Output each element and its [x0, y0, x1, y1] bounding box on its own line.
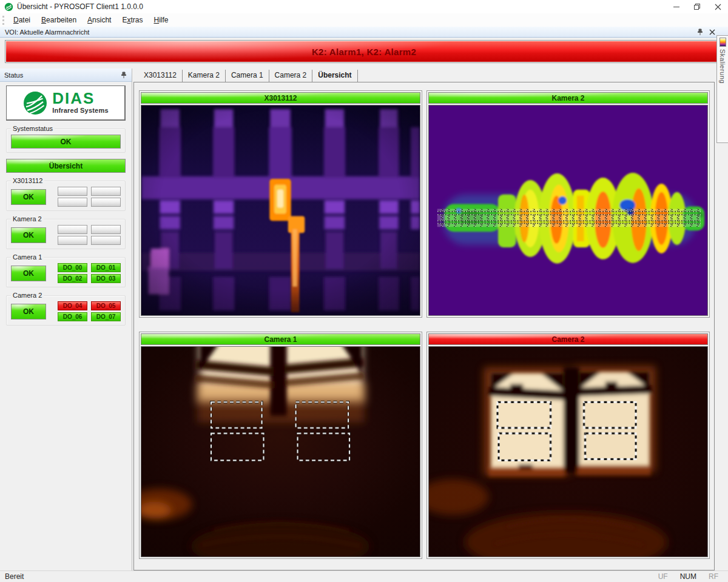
- menu-extras[interactable]: Extras: [116, 15, 148, 25]
- do-output-button[interactable]: DO_06: [58, 312, 87, 321]
- indicator-uf: UF: [652, 572, 674, 581]
- title-bar: Übersicht - PYROSOFT Client1 1.0.0.0: [0, 0, 728, 13]
- menu-bar: Datei Bearbeiten Ansicht Extras Hilfe: [0, 13, 728, 27]
- group-label: Kamera 2: [11, 215, 44, 222]
- close-button[interactable]: [707, 0, 728, 13]
- overview-button[interactable]: Übersicht: [6, 159, 126, 173]
- tab-x3013112[interactable]: X3013112: [138, 70, 183, 82]
- window-controls: [666, 0, 728, 13]
- alarm-message: K2: Alarm1, K2: Alarm2: [312, 47, 416, 57]
- do-output-button[interactable]: [91, 225, 121, 234]
- do-output-button[interactable]: [91, 187, 121, 196]
- close-icon: [715, 4, 721, 10]
- dias-logo: DIAS Infrared Systems: [6, 85, 126, 121]
- view-tab-bar: X3013112 Kamera 2 Camera 1 Camera 2 Über…: [133, 69, 715, 82]
- tab-camera-1[interactable]: Camera 1: [226, 70, 269, 82]
- thermal-image-window-dark: [141, 346, 420, 557]
- overview-grid: X3013112: [133, 82, 715, 570]
- camera-ok-button[interactable]: OK: [11, 227, 46, 243]
- camera-status-header: Camera 1: [141, 333, 420, 345]
- alarm-panel: VOI: Aktuelle Alarmnachricht K2: Alarm1,…: [0, 27, 728, 67]
- minimize-button[interactable]: [666, 0, 687, 13]
- do-output-button[interactable]: DO_01: [91, 263, 121, 272]
- do-output-button[interactable]: DO_07: [91, 312, 121, 321]
- alarm-panel-header: VOI: Aktuelle Alarmnachricht: [0, 27, 728, 38]
- group-label: Camera 1: [11, 253, 44, 261]
- menu-bearbeiten[interactable]: Bearbeiten: [36, 15, 82, 25]
- camera-title: Kamera 2: [551, 94, 584, 102]
- camera-panel-kamera-2: Kamera 2: [426, 90, 710, 318]
- menu-datei[interactable]: Datei: [8, 15, 36, 25]
- app-icon: [4, 2, 13, 12]
- camera-panel-camera-2: Camera 2: [426, 332, 710, 559]
- status-panel-header: Status: [0, 69, 132, 82]
- skalierung-label: Skalierung: [719, 49, 726, 84]
- thermal-image-busbars: [141, 105, 420, 316]
- restore-button[interactable]: [687, 0, 707, 13]
- alarm-banner-frame: K2: Alarm1, K2: Alarm2: [5, 40, 723, 63]
- sidebar-group-camera-1: Camera 1 OK DO_00 DO_01 DO_02 DO_03: [6, 257, 126, 287]
- thermal-image-window-bright: [428, 346, 708, 557]
- menu-ansicht[interactable]: Ansicht: [82, 15, 116, 25]
- tab-camera-2[interactable]: Camera 2: [269, 70, 313, 82]
- do-output-button[interactable]: DO_04: [58, 301, 87, 310]
- camera-ok-button[interactable]: OK: [11, 304, 46, 319]
- status-bar: Bereit UF NUM RF: [0, 570, 728, 582]
- camera-panel-camera-1: Camera 1: [139, 332, 422, 559]
- tab-uebersicht[interactable]: Übersicht: [312, 70, 357, 82]
- status-panel-title: Status: [4, 72, 23, 79]
- do-output-button[interactable]: DO_02: [58, 274, 87, 283]
- do-output-button[interactable]: DO_05: [91, 301, 121, 310]
- systemstatus-ok-button[interactable]: OK: [11, 135, 121, 149]
- pin-icon[interactable]: [120, 72, 127, 79]
- camera-status-header: X3013112: [141, 92, 420, 104]
- tab-skalierung[interactable]: Skalierung: [716, 35, 728, 143]
- alarm-banner: K2: Alarm1, K2: Alarm2: [6, 41, 722, 62]
- do-output-button[interactable]: [58, 225, 87, 234]
- status-sidebar: Status DIAS Infrared Systems Systemstatu…: [0, 69, 132, 570]
- camera-status-header: Camera 2: [428, 333, 708, 345]
- restore-icon: [693, 3, 701, 10]
- do-output-button[interactable]: DO_03: [91, 274, 121, 283]
- alarm-panel-close-icon[interactable]: [709, 28, 716, 36]
- do-output-button[interactable]: [58, 198, 87, 207]
- roi-band: [437, 209, 701, 227]
- group-label: X3013112: [11, 177, 44, 184]
- window-title: Übersicht - PYROSOFT Client1 1.0.0.0: [17, 2, 143, 11]
- systemstatus-group: Systemstatus OK: [6, 129, 126, 153]
- group-label: Camera 2: [11, 292, 44, 299]
- camera-ok-button[interactable]: OK: [11, 266, 46, 281]
- menu-hilfe[interactable]: Hilfe: [149, 15, 174, 25]
- do-output-button[interactable]: [58, 187, 87, 196]
- sidebar-group-camera-2: Camera 2 OK DO_04 DO_05 DO_06 DO_07: [6, 295, 126, 326]
- sidebar-group-kamera-2: Kamera 2 OK: [6, 219, 126, 249]
- sidebar-group-x3013112: X3013112 OK: [6, 181, 126, 211]
- do-output-button[interactable]: DO_00: [58, 263, 87, 272]
- brand-subtitle: Infrared Systems: [52, 107, 108, 114]
- camera-panel-x3013112: X3013112: [139, 90, 422, 318]
- camera-title: Camera 1: [264, 335, 297, 344]
- minimize-icon: [673, 7, 679, 7]
- do-output-button[interactable]: [91, 198, 121, 207]
- dias-swirl-icon: [22, 90, 48, 116]
- pin-icon[interactable]: [696, 28, 704, 36]
- camera-title: X3013112: [264, 94, 297, 102]
- thermal-image-crankshaft: [428, 105, 708, 316]
- brand-name: DIAS: [52, 92, 95, 105]
- tab-kamera-2[interactable]: Kamera 2: [183, 70, 226, 82]
- do-output-button[interactable]: [58, 236, 87, 245]
- menu-grip: [2, 16, 4, 25]
- systemstatus-label: Systemstatus: [11, 125, 55, 132]
- indicator-num: NUM: [674, 572, 703, 581]
- camera-ok-button[interactable]: OK: [11, 189, 46, 205]
- status-ready-text: Bereit: [5, 572, 24, 581]
- thermal-colorbar-icon: [720, 38, 726, 47]
- indicator-rf: RF: [703, 572, 724, 581]
- camera-title: Camera 2: [551, 335, 584, 344]
- camera-status-header: Kamera 2: [428, 92, 708, 104]
- alarm-panel-title: VOI: Aktuelle Alarmnachricht: [5, 28, 89, 36]
- main-area: X3013112 Kamera 2 Camera 1 Camera 2 Über…: [133, 69, 715, 570]
- do-output-button[interactable]: [91, 236, 121, 245]
